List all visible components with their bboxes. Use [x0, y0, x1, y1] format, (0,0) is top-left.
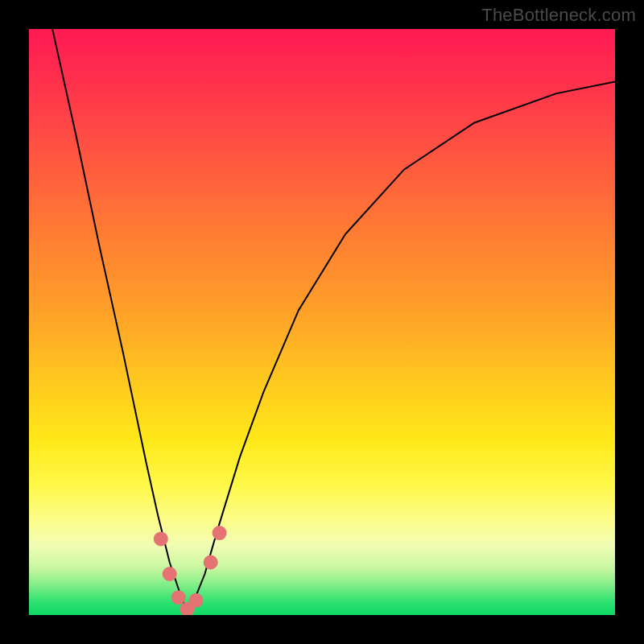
curve-marker: [163, 567, 177, 581]
curve-marker: [171, 590, 186, 605]
curve-marker: [204, 555, 218, 570]
plot-area: [29, 29, 615, 615]
watermark-text: TheBottleneck.com: [481, 5, 636, 26]
curve-marker: [189, 593, 204, 608]
chart-frame: TheBottleneck.com: [0, 0, 644, 644]
curve-svg: [29, 29, 615, 615]
bottleneck-curve: [52, 29, 615, 612]
curve-marker: [213, 526, 227, 540]
curve-markers: [154, 526, 227, 615]
curve-marker: [154, 531, 168, 546]
